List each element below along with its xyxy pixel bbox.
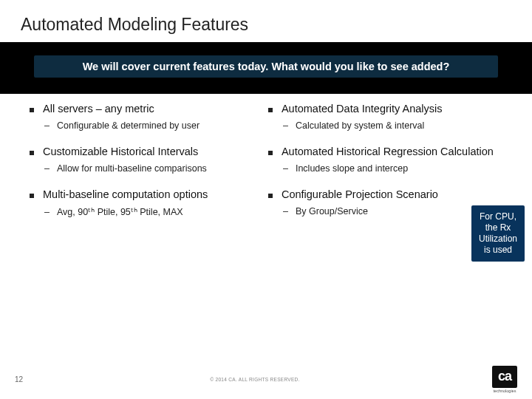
item-head: Configurable Projection Scenario: [282, 188, 438, 200]
list-item: Automated Historical Regression Calculat…: [268, 146, 517, 174]
sub-item: –Allow for multi-baseline comparisons: [44, 163, 252, 174]
logo-mark: ca: [492, 366, 517, 388]
item-head: All servers – any metric: [43, 103, 154, 115]
list-item: Customizable Historical Intervals –Allow…: [30, 146, 252, 174]
bullet-icon: [30, 151, 34, 155]
bullet-icon: [30, 194, 34, 198]
bullet-icon: [30, 108, 34, 112]
page-title: Automated Modeling Features: [21, 15, 511, 35]
sub-item: –Calculated by system & interval: [283, 120, 517, 131]
item-head: Automated Historical Regression Calculat…: [282, 146, 494, 157]
content-area: All servers – any metric –Configurable &…: [0, 94, 532, 232]
sub-item: –Includes slope and intercep: [283, 163, 517, 174]
bullet-icon: [268, 194, 273, 198]
callout-box: For CPU, the Rx Utilization is used: [471, 205, 525, 262]
bullet-icon: [268, 108, 273, 112]
list-item: Automated Data Integrity Analysis –Calcu…: [268, 103, 517, 131]
banner-band: We will cover current features today. Wh…: [0, 42, 532, 94]
logo: ca technologies: [473, 366, 517, 393]
item-head: Automated Data Integrity Analysis: [282, 103, 443, 115]
callout-text: For CPU, the Rx Utilization is used: [474, 211, 522, 256]
right-list: Automated Data Integrity Analysis –Calcu…: [268, 103, 517, 216]
copyright-text: © 2014 CA. ALL RIGHTS RESERVED.: [37, 377, 473, 382]
bullet-icon: [268, 151, 273, 155]
page-number: 12: [15, 375, 37, 383]
list-item: Multi-baseline computation options –Avg,…: [30, 188, 252, 217]
header: Automated Modeling Features: [0, 0, 532, 42]
item-head: Customizable Historical Intervals: [43, 146, 198, 157]
left-list: All servers – any metric –Configurable &…: [30, 103, 252, 217]
sub-item: –Configurable & determined by user: [44, 120, 252, 131]
left-column: All servers – any metric –Configurable &…: [30, 103, 252, 232]
item-head: Multi-baseline computation options: [43, 188, 208, 200]
logo-subtext: technologies: [494, 389, 516, 393]
banner-text: We will cover current features today. Wh…: [34, 55, 498, 78]
footer: 12 © 2014 CA. ALL RIGHTS RESERVED. ca te…: [0, 359, 532, 399]
sub-item: –Avg, 90ᵗʰ Ptile, 95ᵗʰ Ptile, MAX: [44, 206, 252, 217]
list-item: All servers – any metric –Configurable &…: [30, 103, 252, 131]
